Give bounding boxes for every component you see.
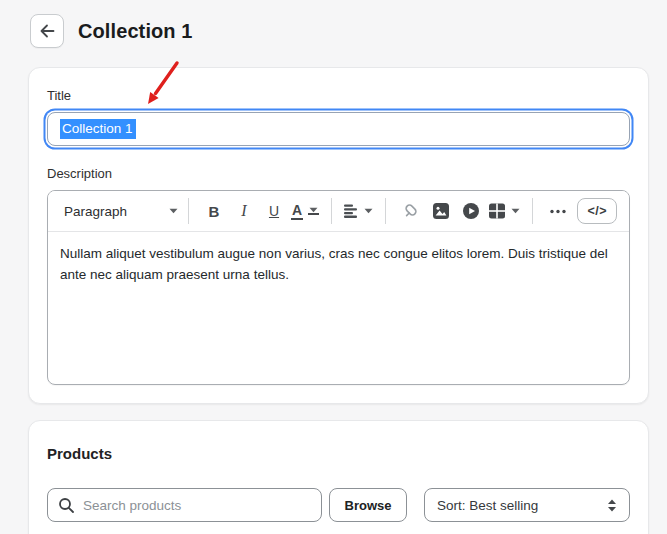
- toolbar-divider: [331, 198, 332, 224]
- text-color-button[interactable]: A: [291, 197, 319, 225]
- back-button[interactable]: [30, 14, 64, 48]
- ellipsis-icon: [549, 209, 567, 214]
- description-field-label: Description: [47, 166, 630, 182]
- sort-updown-icon: [607, 499, 617, 512]
- insert-image-button[interactable]: [428, 197, 454, 225]
- toolbar-divider: [532, 198, 533, 224]
- description-editor: Paragraph B I U A: [47, 190, 630, 385]
- insert-video-button[interactable]: [458, 197, 484, 225]
- products-card: Products Browse Sort: Best selling: [28, 420, 649, 534]
- code-icon: </>: [587, 204, 607, 218]
- table-icon: [488, 202, 506, 220]
- show-html-button[interactable]: </>: [577, 198, 617, 225]
- collection-details-card: Title Collection 1 Description Paragraph…: [28, 67, 649, 404]
- insert-table-dropdown[interactable]: [488, 197, 520, 225]
- toolbar-divider: [385, 198, 386, 224]
- underline-button[interactable]: U: [261, 197, 287, 225]
- sort-select[interactable]: Sort: Best selling: [424, 488, 630, 522]
- text-align-dropdown[interactable]: [344, 197, 373, 225]
- products-heading: Products: [47, 445, 630, 462]
- italic-button[interactable]: I: [231, 197, 257, 225]
- page-title: Collection 1: [78, 20, 193, 43]
- chevron-down-icon: [308, 207, 319, 215]
- chevron-down-icon: [169, 208, 178, 214]
- image-icon: [432, 202, 450, 220]
- search-icon: [58, 497, 75, 514]
- video-icon: [462, 202, 480, 220]
- product-search-box[interactable]: [47, 488, 322, 522]
- page-header: Collection 1: [0, 0, 667, 48]
- paragraph-style-dropdown[interactable]: Paragraph: [60, 204, 178, 219]
- chevron-down-icon: [511, 208, 520, 214]
- chevron-down-icon: [364, 208, 373, 214]
- search-products-input[interactable]: [83, 498, 311, 513]
- bold-button[interactable]: B: [201, 197, 227, 225]
- editor-toolbar: Paragraph B I U A: [48, 191, 629, 232]
- paragraph-style-label: Paragraph: [64, 204, 127, 219]
- insert-link-button[interactable]: [398, 197, 424, 225]
- link-icon: [402, 202, 420, 220]
- title-input-selected-text: Collection 1: [60, 119, 136, 139]
- align-left-icon: [344, 204, 359, 218]
- products-controls-row: Browse Sort: Best selling: [47, 488, 630, 522]
- title-input[interactable]: Collection 1: [47, 112, 630, 146]
- text-color-label: A: [291, 203, 303, 220]
- toolbar-divider: [188, 198, 189, 224]
- description-textarea[interactable]: Nullam aliquet vestibulum augue non vari…: [48, 232, 629, 384]
- sort-select-value: Sort: Best selling: [437, 498, 538, 513]
- more-options-button[interactable]: [545, 197, 571, 225]
- title-field-label: Title: [47, 88, 630, 104]
- browse-button[interactable]: Browse: [329, 488, 407, 522]
- arrow-left-icon: [37, 21, 57, 41]
